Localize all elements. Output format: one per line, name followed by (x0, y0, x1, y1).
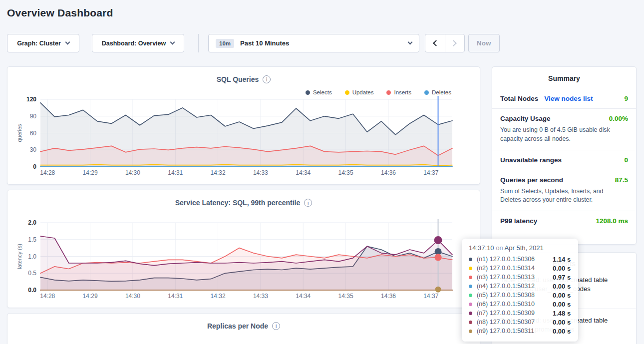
node-latency-value: 0.00 s (553, 328, 571, 335)
y-axis-tick: 1.5 (28, 236, 36, 243)
summary-description: You are using 0 B of 4.5 GiB usable disk… (500, 126, 625, 144)
tooltip-node-row: (n3) 127.0.0.1:503130.97 s (469, 273, 571, 282)
x-axis-tick: 14:36 (381, 293, 396, 300)
controls-divider (198, 34, 199, 52)
summary-value: 9 (624, 95, 628, 102)
info-icon[interactable]: i (263, 75, 271, 83)
y-axis-tick: 30 (30, 146, 37, 153)
y-axis-tick: 120 (26, 96, 36, 103)
summary-row-total-nodes: Total Nodes View nodes list 9 (492, 89, 636, 108)
graph-scope-label: Graph: Cluster (17, 40, 61, 47)
tooltip-node-row: (n2) 127.0.0.1:503140.00 s (469, 264, 571, 273)
x-axis-tick: 14:32 (211, 169, 226, 176)
x-axis-tick: 14:36 (381, 169, 396, 176)
node-color-dot (469, 285, 472, 288)
summary-row-queries-per-second: Queries per second 87.5 Sum of Selects, … (492, 170, 636, 211)
y-axis-tick: 0 (33, 163, 36, 170)
node-latency-value: 1.48 s (553, 310, 571, 317)
time-prev-button[interactable] (425, 34, 445, 52)
summary-value: 1208.0 ms (596, 217, 628, 225)
x-axis-tick: 14:34 (296, 293, 311, 300)
view-nodes-list-link[interactable]: View nodes list (544, 95, 593, 102)
dashboard-label: Dashboard: Overview (102, 40, 166, 47)
x-axis-tick: 14:37 (423, 169, 438, 176)
x-axis-tick: 14:31 (168, 169, 183, 176)
chevron-down-icon (170, 40, 175, 45)
node-latency-value: 0.97 s (553, 274, 571, 281)
x-axis-tick: 14:28 (40, 169, 55, 176)
node-address: (n6) 127.0.0.1:50310 (477, 301, 553, 308)
node-address: (n3) 127.0.0.1:50313 (477, 274, 553, 281)
y-axis-tick: 1.0 (28, 253, 36, 260)
tooltip-node-row: (n9) 127.0.0.1:503110.00 s (469, 327, 571, 336)
graph-scope-dropdown[interactable]: Graph: Cluster (7, 34, 79, 52)
hover-point (434, 236, 442, 244)
node-color-dot (469, 321, 472, 324)
chevron-right-icon (451, 40, 457, 46)
tooltip-node-row: (n5) 127.0.0.1:503080.00 s (469, 291, 571, 300)
x-axis-tick: 14:32 (211, 293, 226, 300)
node-color-dot (469, 294, 472, 297)
summary-value: 0 (624, 156, 628, 164)
hover-point (435, 287, 441, 293)
node-address: (n5) 127.0.0.1:50308 (477, 292, 553, 299)
page-title: Overview Dashboard (7, 7, 113, 19)
service-latency-card: Service Latency: SQL, 99th percentile i … (7, 190, 480, 308)
summary-value: 87.5 (615, 176, 628, 184)
tooltip-node-row: (n7) 127.0.0.1:503091.48 s (469, 309, 571, 318)
service-latency-chart[interactable]: 14:2814:2914:3014:3114:3214:3314:3414:35… (7, 216, 480, 304)
x-axis-tick: 14:30 (125, 169, 140, 176)
summary-panel: Summary Total Nodes View nodes list 9 Ca… (492, 66, 637, 245)
x-axis-tick: 14:30 (125, 293, 140, 300)
summary-title: Summary (492, 67, 636, 89)
node-color-dot (469, 258, 472, 261)
info-icon[interactable]: i (272, 322, 280, 330)
summary-label: Total Nodes (500, 95, 538, 102)
node-latency-value: 0.00 s (553, 283, 571, 290)
sql-queries-chart[interactable]: 14:2814:2914:3014:3114:3214:3314:3414:35… (7, 93, 480, 181)
tooltip-timestamp: 14:37:10 on Apr 5th, 2021 (469, 244, 571, 252)
chart-title: SQL Queries (217, 75, 259, 83)
x-axis-tick: 14:37 (423, 293, 438, 300)
summary-label: Unavailable ranges (500, 156, 562, 164)
tooltip-node-row: (n1) 127.0.0.1:503061.14 s (469, 255, 571, 264)
time-range-badge: 10m (216, 39, 234, 48)
info-icon[interactable]: i (304, 199, 312, 207)
time-range-dropdown[interactable]: 10m Past 10 Minutes (208, 34, 419, 52)
node-address: (n9) 127.0.0.1:50311 (477, 328, 553, 335)
y-axis-tick: 0.0 (28, 287, 36, 294)
summary-label: P99 latency (500, 217, 537, 225)
y-axis-label: queries (16, 124, 22, 142)
node-address: (n4) 127.0.0.1:50312 (477, 283, 553, 290)
summary-description: Sum of Selects, Updates, Inserts, and De… (500, 187, 625, 205)
summary-label: Capacity Usage (500, 115, 551, 122)
y-axis-tick: 2.0 (28, 219, 36, 226)
node-color-dot (469, 267, 472, 270)
node-color-dot (469, 330, 472, 333)
node-address: (n2) 127.0.0.1:50314 (477, 265, 553, 272)
overview-dashboard-page: Overview Dashboard Graph: Cluster Dashbo… (0, 0, 644, 344)
time-next-button[interactable] (445, 34, 464, 52)
x-axis-tick: 14:35 (338, 169, 353, 176)
x-axis-tick: 14:33 (253, 293, 268, 300)
summary-row-capacity-usage: Capacity Usage 0.00% You are using 0 B o… (492, 108, 636, 150)
node-address: (n8) 127.0.0.1:50307 (477, 319, 553, 326)
chevron-down-icon (408, 40, 413, 45)
dashboard-dropdown[interactable]: Dashboard: Overview (92, 34, 184, 52)
x-axis-tick: 14:31 (168, 293, 183, 300)
x-axis-tick: 14:35 (338, 293, 353, 300)
node-latency-value: 0.00 s (553, 301, 571, 308)
hover-point (435, 254, 442, 261)
now-button[interactable]: Now (468, 34, 500, 52)
chevron-left-icon (433, 40, 439, 46)
chevron-down-icon (65, 40, 70, 45)
x-axis-tick: 14:33 (253, 169, 268, 176)
node-latency-value: 1.14 s (553, 256, 571, 263)
x-axis-tick: 14:29 (83, 169, 98, 176)
summary-row-unavailable-ranges: Unavailable ranges 0 (492, 150, 636, 170)
x-axis-tick: 14:29 (83, 293, 98, 300)
tooltip-node-row: (n8) 127.0.0.1:503070.00 s (469, 318, 571, 327)
time-range-label: Past 10 Minutes (240, 39, 289, 47)
node-address: (n1) 127.0.0.1:50306 (477, 256, 553, 263)
sql-queries-card: SQL Queries i SelectsUpdatesInsertsDelet… (7, 66, 480, 185)
